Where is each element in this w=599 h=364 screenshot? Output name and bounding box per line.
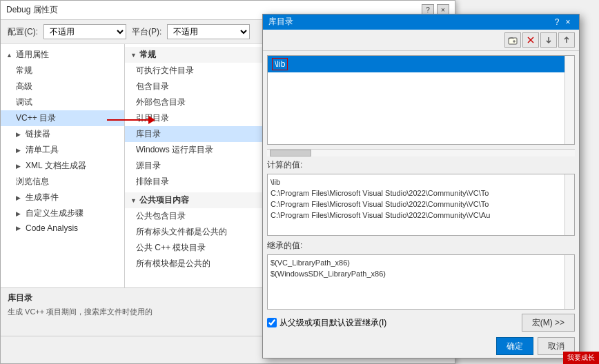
lib-bottom-row: 确定 取消 — [263, 334, 579, 358]
middle-item-all-headers-public[interactable]: 所有标头文件都是公共的 — [125, 224, 262, 240]
middle-item-ext-include-dir[interactable]: 外部包含目录 — [125, 94, 262, 110]
lib-ok-button[interactable]: 确定 — [496, 337, 533, 355]
tree-label-code-analysis: Code Analysis — [26, 223, 78, 233]
config-select[interactable]: 不适用 — [43, 24, 126, 39]
inherited-line-1: $(VC_LibraryPath_x86) — [271, 257, 571, 268]
tree-item-vc-dirs[interactable]: VC++ 目录 — [1, 110, 124, 126]
computed-line-4: C:\Program Files\Microsoft Visual Studio… — [271, 210, 571, 221]
h-scroll-thumb — [270, 150, 311, 156]
section-public-arrow: ▼ — [130, 197, 137, 204]
computed-line-2: C:\Program Files\Microsoft Visual Studio… — [271, 188, 571, 199]
computed-line-1: \lib — [271, 176, 571, 188]
lib-title-bar: 库目录 ? × — [263, 14, 579, 30]
tree-label-manifest: 清单工具 — [26, 144, 59, 156]
arrow-annotation — [107, 116, 155, 124]
section-general-arrow: ▼ — [130, 52, 137, 59]
tree-label-custom-steps: 自定义生成步骤 — [26, 208, 84, 219]
inherit-checkbox[interactable] — [267, 318, 277, 327]
tree-arrow-code-analysis: ▶ — [16, 225, 23, 232]
tree-label-general: 常规 — [16, 65, 32, 77]
lib-dialog: 库目录 ? × — [262, 14, 580, 358]
middle-item-all-modules-public[interactable]: 所有模块都是公共的 — [125, 256, 262, 272]
macro-button[interactable]: 宏(M) >> — [522, 314, 575, 332]
lib-list-area: \lib — [267, 55, 575, 145]
lib-help-button[interactable]: ? — [551, 17, 562, 28]
tree-arrow-linker: ▶ — [16, 131, 23, 138]
lib-close-button[interactable]: × — [562, 17, 573, 28]
section-general-label: 常规 — [139, 49, 156, 61]
computed-line-3: C:\Program Files\Microsoft Visual Studio… — [271, 199, 571, 210]
delete-button[interactable] — [522, 32, 539, 48]
checkbox-label: 从父级或项目默认设置继承(I) — [279, 317, 386, 329]
inherited-scrollbar[interactable] — [564, 255, 574, 309]
inherited-label: 继承的值: — [263, 237, 579, 253]
inherited-line-2: $(WindowsSDK_LibraryPath_x86) — [271, 268, 571, 279]
new-folder-button[interactable] — [504, 32, 521, 48]
lib-dialog-title: 库目录 — [268, 16, 551, 28]
computed-label: 计算的值: — [263, 156, 579, 172]
lib-list-item-lib[interactable]: \lib — [268, 56, 574, 72]
tree-item-general-props[interactable]: ▲ 通用属性 — [1, 47, 124, 63]
tree-item-browse[interactable]: 浏览信息 — [1, 174, 124, 190]
middle-item-win-rt-dir[interactable]: Windows 运行库目录 — [125, 142, 262, 158]
tree-item-manifest[interactable]: ▶ 清单工具 — [1, 142, 124, 158]
arrow-line — [107, 119, 148, 121]
tree-label-general-props: 通用属性 — [16, 49, 49, 61]
tree-item-code-analysis[interactable]: ▶ Code Analysis — [1, 221, 124, 235]
middle-item-lib-dir[interactable]: 库目录 — [125, 126, 262, 142]
section-public: ▼ 公共项目内容 — [125, 192, 262, 208]
tree-item-custom-steps[interactable]: ▶ 自定义生成步骤 — [1, 205, 124, 221]
inherited-area: $(VC_LibraryPath_x86) $(WindowsSDK_Libra… — [267, 254, 575, 310]
section-public-label: 公共项目内容 — [139, 194, 189, 206]
config-label: 配置(C): — [8, 26, 38, 38]
watermark: 我要成长 — [563, 352, 599, 364]
tree-label-advanced: 高级 — [16, 81, 32, 92]
lib-item-label: \lib — [272, 58, 288, 70]
tree-label-browse: 浏览信息 — [16, 176, 49, 188]
middle-item-public-cpp[interactable]: 公共 C++ 模块目录 — [125, 240, 262, 256]
tree-item-linker[interactable]: ▶ 链接器 — [1, 126, 124, 142]
tree-label-build-events: 生成事件 — [26, 192, 59, 203]
middle-item-exclude-dir[interactable]: 排除目录 — [125, 174, 262, 190]
tree-label-xml: XML 文档生成器 — [26, 160, 86, 172]
arrow-head — [148, 116, 155, 124]
tree-arrow-build-events: ▶ — [16, 194, 23, 201]
computed-area: \lib C:\Program Files\Microsoft Visual S… — [267, 174, 575, 236]
move-up-button[interactable] — [558, 32, 575, 48]
lib-toolbar — [263, 30, 579, 51]
platform-label: 平台(P): — [132, 26, 161, 38]
middle-item-public-include[interactable]: 公共包含目录 — [125, 208, 262, 224]
tree-arrow-general-props: ▲ — [6, 52, 13, 59]
tree-item-general[interactable]: 常规 — [1, 63, 124, 79]
checkbox-row: 从父级或项目默认设置继承(I) 宏(M) >> — [263, 311, 579, 334]
middle-item-source-dir[interactable]: 源目录 — [125, 158, 262, 174]
tree-item-advanced[interactable]: 高级 — [1, 79, 124, 94]
computed-scrollbar[interactable] — [564, 174, 574, 235]
platform-select[interactable]: 不适用 — [167, 24, 250, 39]
lib-list-scrollbar[interactable] — [564, 56, 574, 144]
tree-arrow-manifest: ▶ — [16, 147, 23, 154]
h-scrollbar[interactable] — [267, 149, 575, 156]
tree-item-xml[interactable]: ▶ XML 文档生成器 — [1, 158, 124, 174]
tree-label-debug: 调试 — [16, 97, 32, 108]
middle-item-exe-dir[interactable]: 可执行文件目录 — [125, 63, 262, 79]
tree-label-vc-dirs: VC++ 目录 — [16, 112, 56, 124]
move-down-button[interactable] — [540, 32, 557, 48]
tree-arrow-custom-steps: ▶ — [16, 210, 23, 217]
tree-arrow-xml: ▶ — [16, 163, 23, 170]
middle-item-include-dir[interactable]: 包含目录 — [125, 79, 262, 94]
tree-label-linker: 链接器 — [26, 128, 50, 140]
section-general: ▼ 常规 — [125, 47, 262, 63]
tree-item-build-events[interactable]: ▶ 生成事件 — [1, 190, 124, 205]
tree-item-debug[interactable]: 调试 — [1, 94, 124, 110]
